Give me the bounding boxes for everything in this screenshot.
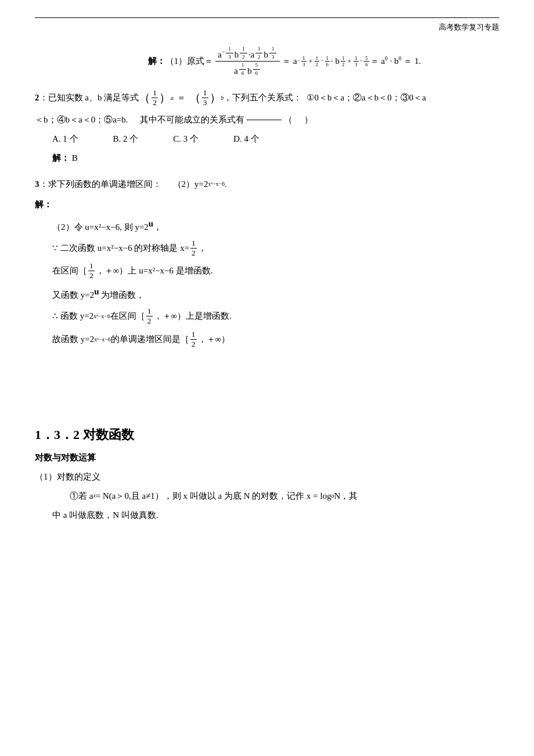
step5-end: ，＋∞）上是增函数. [154, 308, 232, 324]
step6-mid: 的单调递增区间是［ [111, 332, 189, 347]
problem2-line2: ＜b；④b＜a＜0；⑤a=b.其中不可能成立的关系式有 （） [35, 112, 499, 128]
half-frac4: 1 2 [146, 307, 153, 326]
sup4: 13 [268, 49, 277, 55]
problem3-step6: 故函数 y=2 x²−x−6 的单调递增区间是［ 1 2 ，＋∞） [35, 330, 499, 349]
f-exp6: 56 [364, 55, 369, 68]
paren-open2: （ [189, 88, 201, 108]
period: . [225, 177, 227, 192]
def1-end: N，其 [334, 488, 358, 504]
step3-pre: 在区间［ [52, 263, 87, 279]
problem3-step1: （2）令 u=x²−x−6, 则 y=2u， [35, 216, 499, 235]
fraction-denominator: a16b56 [232, 62, 264, 77]
inner-frac4: 13 [269, 45, 276, 60]
fraction-numerator: a−13b12·a12b13 [215, 45, 280, 62]
sup1: −13 [222, 49, 234, 55]
therefore2: ∴ [52, 308, 58, 324]
inner-frac5: 16 [239, 62, 246, 77]
problem2-colon: ：已知实数 a、b 满足等式 [39, 90, 139, 106]
sup6: 56 [252, 65, 261, 71]
problem2-choices: A. 1 个 B. 2 个 C. 3 个 D. 4 个 [52, 131, 499, 147]
answer-label: 解： [52, 153, 70, 163]
exp-a-var: a [171, 93, 174, 103]
f-exp4: 12 [341, 55, 345, 68]
step6-end: ，＋∞） [198, 332, 230, 347]
exp-x2: x²−x−6 [208, 179, 225, 189]
equals2: ＝ a0 · b0 ＝ 1. [370, 53, 421, 69]
step5-mid: 在区间［ [110, 308, 145, 324]
problem3-step2: ∵ 二次函数 u=x²−x−6 的对称轴是 x= 1 2 ， [35, 239, 499, 258]
paren-close2: ） [210, 88, 221, 108]
inner-frac1: 13 [226, 45, 233, 60]
section-132: 1．3．2 对数函数 对数与对数运算 （1）对数的定义 ①若 a x = N(a… [35, 423, 499, 523]
sup5: 16 [238, 65, 247, 71]
exp-b1: 12＋13−56 [340, 55, 370, 68]
step2-comma: ， [198, 240, 207, 256]
sol-label: 解： [35, 197, 52, 213]
step3-post: ，＋∞）上 u=x²−x−6 是增函数. [96, 263, 213, 279]
def1-pre: ①若 a [70, 488, 93, 504]
third-fraction: 1 3 [202, 88, 208, 107]
problem1-formula: 解： （1）原式＝ a−13b12·a12b13 a16b56 ＝ a −13＋… [70, 45, 499, 77]
problem2-section: 2 ：已知实数 a、b 满足等式 （ 1 2 ） a ＝ （ 1 3 ） b ，… [35, 88, 499, 165]
subsection-title: 对数与对数运算 [35, 450, 499, 466]
def2-line: 中 a 叫做底数，N 叫做真数. [35, 507, 499, 523]
problem3-step4: 又函数 y=2u 为增函数， [35, 284, 499, 303]
big-fraction: a−13b12·a12b13 a16b56 [215, 45, 280, 77]
inner-frac2: 12 [240, 45, 247, 60]
inner-frac6: 56 [253, 62, 260, 77]
solution-label: 解： [148, 53, 165, 69]
header-divider [35, 17, 499, 18]
choice-b: B. 2 个 [113, 131, 139, 147]
blank-space [247, 120, 282, 120]
problem2-text2: ，下列五个关系式：①0＜b＜a；②a＜b＜0；③0＜a [223, 90, 425, 106]
problem3-answer-label: 解： [35, 197, 499, 213]
problem2-number: 2 [35, 90, 39, 106]
part1-label-text: （1）对数的定义 [35, 469, 100, 485]
paren-open1: （ [139, 88, 150, 108]
f-exp1: 13 [301, 55, 306, 68]
problem2-answer-row: 解： B [52, 150, 499, 166]
sup3: 12 [254, 49, 264, 55]
problem3-line1: 3 ：求下列函数的单调递增区间：（2）y=2 x²−x−6 . [35, 177, 499, 192]
problem1-section: 解： （1）原式＝ a−13b12·a12b13 a16b56 ＝ a −13＋… [35, 45, 499, 77]
dot1: · b [331, 53, 340, 69]
sup-u1: u [149, 219, 153, 228]
f-exp5: 13 [353, 55, 358, 68]
half-frac2: 1 2 [190, 239, 197, 258]
header-title: 高考数学复习专题 [35, 20, 499, 34]
exp-a1: −13＋12−16 [297, 55, 331, 68]
half-frac5: 1 2 [190, 330, 197, 349]
sup2: 12 [239, 49, 248, 55]
def1-line: ①若 a x = N(a＞0,且 a≠1），则 x 叫做以 a 为底 N 的对数… [35, 488, 499, 504]
step5-pre: 函数 y=2 [60, 308, 93, 324]
problem3-step3: 在区间［ 1 2 ，＋∞）上 u=x²−x−6 是增函数. [35, 261, 499, 280]
section-title: 1．3．2 对数函数 [35, 423, 499, 447]
def2-text: 中 a 叫做底数，N 叫做真数. [52, 507, 158, 523]
equals1: ＝ a [282, 53, 297, 69]
f-exp2: 12 [315, 55, 319, 68]
problem3-text: ：求下列函数的单调递增区间：（2）y=2 [39, 177, 208, 192]
spacer [35, 359, 499, 406]
bracket: （） [284, 112, 313, 128]
step5-sup: x²−x−6 [93, 311, 110, 322]
problem3-step5: ∴ 函数 y=2 x²−x−6 在区间［ 1 2 ，＋∞）上是增函数. [35, 307, 499, 326]
half-frac3: 1 2 [88, 261, 95, 280]
zero-exp: 0 [385, 55, 388, 62]
problem2-line1: 2 ：已知实数 a、b 满足等式 （ 1 2 ） a ＝ （ 1 3 ） b ，… [35, 88, 499, 108]
choice-d: D. 4 个 [233, 131, 259, 147]
step2-text: 二次函数 u=x²−x−6 的对称轴是 x= [60, 240, 189, 256]
part1-label: （1）原式＝ [165, 53, 214, 69]
problem3-number: 3 [35, 177, 39, 192]
step6-pre: 故函数 y=2 [52, 332, 94, 347]
answer-value: B [72, 153, 78, 163]
half-fraction: 1 2 [151, 88, 158, 107]
step6-sup: x²−x−6 [94, 334, 111, 345]
problem3-section: 3 ：求下列函数的单调递增区间：（2）y=2 x²−x−6 . 解： （2）令 … [35, 177, 499, 350]
equals-sign: ＝ [177, 90, 186, 106]
def1-mid: = N(a＞0,且 a≠1），则 x 叫做以 a 为底 N 的对数，记作 x =… [96, 488, 331, 504]
def-part1-label: （1）对数的定义 [35, 469, 499, 485]
f-exp3: 16 [325, 55, 330, 68]
choice-a: A. 1 个 [52, 131, 78, 147]
inner-frac3: 12 [255, 45, 262, 60]
step4-text: 又函数 y=2u 为增函数， [52, 284, 145, 303]
